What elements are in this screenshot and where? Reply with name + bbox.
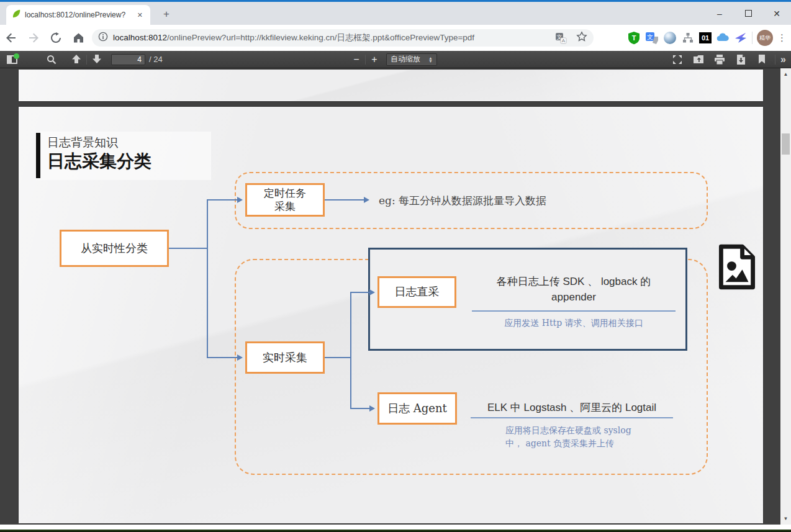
connector-line <box>325 357 350 358</box>
back-button[interactable] <box>3 30 19 46</box>
next-page-button[interactable] <box>89 52 105 67</box>
search-icon <box>47 55 56 65</box>
page-number-input[interactable] <box>111 54 145 65</box>
page-count-label: / 24 <box>149 55 163 64</box>
zoom-mode-value: 自动缩放 <box>391 54 420 65</box>
zoom-out-button[interactable]: − <box>350 54 363 65</box>
print-button[interactable] <box>712 52 728 67</box>
browser-window: localhost:8012/onlinePreview? ✕ + – ✕ <box>0 0 791 532</box>
download-icon <box>736 55 746 65</box>
scroll-down-icon[interactable]: ▼ <box>780 516 791 521</box>
more-tools-button[interactable]: » <box>780 54 786 65</box>
node-timer-collect: 定时任务 采集 <box>245 183 325 217</box>
new-tab-button[interactable]: + <box>159 8 174 20</box>
sidebar-toggle-icon <box>7 55 17 64</box>
arrowhead-icon <box>364 197 369 203</box>
tab-online-preview[interactable]: localhost:8012/onlinePreview? ✕ <box>6 5 150 25</box>
pdf-toolbar-right: » <box>669 52 786 67</box>
print-icon <box>714 55 725 65</box>
bookmark-star-icon[interactable] <box>576 31 587 45</box>
arrowhead-icon <box>237 197 243 203</box>
reload-button[interactable] <box>48 30 64 46</box>
url-host: localhost:8012 <box>113 33 167 42</box>
timer-example-text: eg: 每五分钟从数据源批量导入数据 <box>379 194 546 208</box>
page-info-icon[interactable] <box>98 32 108 44</box>
maximize-button[interactable] <box>734 9 762 19</box>
url-text[interactable]: localhost:8012/onlinePreview?url=http://… <box>113 32 554 43</box>
slide-title: 日志采集分类 <box>47 150 151 173</box>
zoom-mode-select[interactable]: 自动缩放 ▲ ▼ <box>386 53 437 66</box>
toolbar-divider <box>86 55 87 65</box>
circle-extension-icon[interactable] <box>663 31 677 45</box>
connector-line <box>169 248 207 249</box>
bookmark-button[interactable] <box>754 52 770 67</box>
node-log-direct: 日志直采 <box>377 276 456 308</box>
tab-close-icon[interactable]: ✕ <box>135 10 145 20</box>
previous-page-fragment <box>19 70 763 101</box>
translate-glyph: 文 <box>647 34 653 40</box>
arrowhead-icon <box>369 405 375 412</box>
direct-subnote: 应用发送 Http 请求、调用相关接口 <box>472 317 676 330</box>
close-button[interactable]: ✕ <box>762 9 791 19</box>
agent-subnote: 应用将日志保存在硬盘或 syslog 中， agent 负责采集并上传 <box>505 424 673 450</box>
sidebar-notification-dot <box>14 53 19 59</box>
toolbar-divider <box>752 32 753 44</box>
svg-text:T: T <box>632 34 636 42</box>
connector-line <box>350 292 351 408</box>
minimize-button[interactable]: – <box>705 9 734 19</box>
tab-title: localhost:8012/onlinePreview? <box>25 11 131 19</box>
open-file-button[interactable] <box>690 52 707 67</box>
pdf-toolbar: / 24 − + 自动缩放 ▲ ▼ <box>0 51 791 68</box>
sitemap-extension-icon[interactable] <box>681 31 695 45</box>
toolbar-divider <box>775 55 775 65</box>
connector-line <box>350 408 370 409</box>
address-bar[interactable]: localhost:8012/onlinePreview?url=http://… <box>92 29 594 47</box>
extensions-area: T 文 01 <box>627 29 786 47</box>
search-button[interactable] <box>43 52 60 67</box>
translate-page-icon[interactable]: 文 A <box>554 31 567 45</box>
connector-line <box>207 199 238 201</box>
url-path: /onlinePreview?url=http://kkfileview.kek… <box>167 33 474 42</box>
cloud-extension-icon[interactable] <box>716 31 730 45</box>
zoom-in-button[interactable]: + <box>368 54 381 65</box>
toolbar-divider <box>365 55 366 65</box>
profile-avatar[interactable]: 精华 <box>757 30 773 46</box>
previous-page-button[interactable] <box>68 52 84 67</box>
page-up-icon <box>71 55 81 64</box>
home-button[interactable] <box>70 30 86 46</box>
fullscreen-icon <box>672 55 682 65</box>
node-realtime-collect: 实时采集 <box>245 341 325 374</box>
window-bottom-edge <box>0 525 791 530</box>
sidebar-toggle-button[interactable] <box>4 52 20 67</box>
pdf-toolbar-center: − + 自动缩放 ▲ ▼ <box>350 53 437 66</box>
direct-underline <box>472 310 676 312</box>
forward-button[interactable] <box>25 30 42 46</box>
title-accent-bar <box>36 133 40 178</box>
vertical-scrollbar[interactable]: ▲ ▼ <box>780 68 791 525</box>
presentation-mode-button[interactable] <box>669 52 685 67</box>
node-root: 从实时性分类 <box>60 230 169 267</box>
tampermonkey-extension-icon[interactable]: T <box>627 31 641 45</box>
select-arrows-icon: ▲ ▼ <box>428 56 433 63</box>
connector-line <box>325 199 364 201</box>
node-log-agent: 日志 Agent <box>377 392 457 425</box>
connector-line <box>350 292 370 293</box>
scrollbar-thumb[interactable] <box>782 133 790 155</box>
browser-menu-icon[interactable]: ⋮ <box>777 32 786 43</box>
window-controls: – ✕ <box>705 2 791 25</box>
pdf-toolbar-left: / 24 <box>4 52 163 67</box>
image-placeholder-icon <box>715 244 759 290</box>
direct-description: 各种日志上传 SDK 、 logback 的 appender <box>472 274 676 305</box>
pdf-viewer: 日志背景知识 日志采集分类 从实时性分类 定时任务 采集 实时采集 <box>0 68 780 525</box>
scroll-up-icon[interactable]: ▲ <box>780 71 791 77</box>
swallow-extension-icon[interactable] <box>734 31 748 45</box>
download-button[interactable] <box>733 52 749 67</box>
01-extension-icon[interactable]: 01 <box>699 32 712 43</box>
google-translate-extension-icon[interactable]: 文 <box>645 31 659 45</box>
browser-toolbar: localhost:8012/onlinePreview?url=http://… <box>0 25 791 51</box>
open-file-icon <box>693 55 704 64</box>
tab-bar: localhost:8012/onlinePreview? ✕ + – ✕ <box>0 2 791 25</box>
spring-leaf-favicon <box>11 9 21 21</box>
agent-underline <box>471 417 673 418</box>
desktop-edge <box>0 530 791 532</box>
